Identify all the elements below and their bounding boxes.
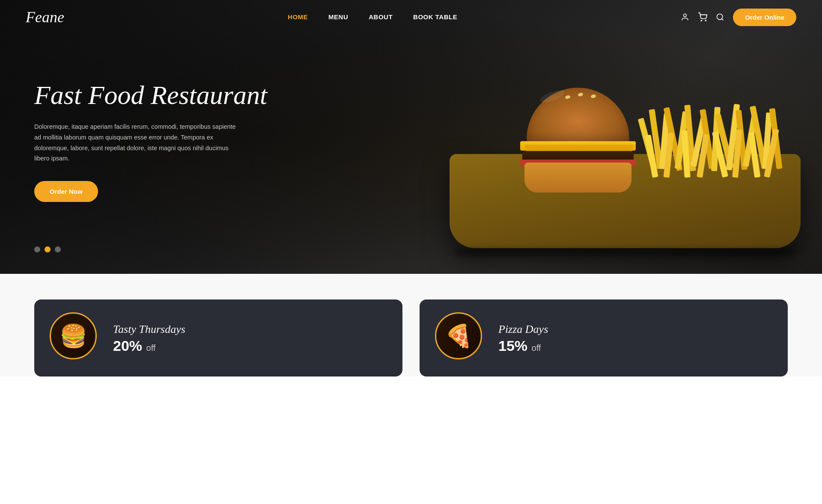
- nav-item-about[interactable]: ABOUT: [369, 13, 393, 21]
- fries-illustration: [636, 101, 798, 212]
- slide-dot-2[interactable]: [45, 246, 51, 252]
- order-online-button[interactable]: Order Online: [733, 9, 796, 26]
- promo-card-pizza-days: Pizza Days 15% off: [420, 299, 788, 377]
- order-now-button[interactable]: Order Now: [34, 181, 98, 202]
- hero-content: Fast Food Restaurant Doloremque, itaque …: [34, 80, 267, 202]
- nav-link-about[interactable]: ABOUT: [369, 13, 393, 21]
- nav-icons: Order Online: [681, 9, 796, 26]
- promo-ring-burger: [50, 312, 97, 359]
- nav-item-menu[interactable]: MENU: [328, 13, 348, 21]
- navbar: Feane HOME MENU ABOUT BOOK TABLE: [0, 0, 822, 34]
- hero-dots: [34, 246, 61, 252]
- slide-dot-3[interactable]: [55, 246, 61, 252]
- svg-point-3: [717, 14, 723, 20]
- hero-section: Fast Food Restaurant Doloremque, itaque …: [0, 0, 822, 274]
- promo-ring-pizza: [435, 312, 482, 359]
- nav-item-book-table[interactable]: BOOK TABLE: [413, 13, 457, 21]
- sesame-2: [578, 92, 584, 97]
- svg-point-0: [684, 14, 687, 17]
- svg-line-4: [722, 19, 724, 21]
- promo-name-tasty: Tasty Thursdays: [113, 323, 185, 336]
- hero-title: Fast Food Restaurant: [34, 80, 267, 110]
- user-icon: [681, 13, 689, 21]
- search-icon: [716, 13, 724, 21]
- burger-illustration: [518, 88, 638, 208]
- promo-name-pizza: Pizza Days: [498, 323, 548, 336]
- nav-links: HOME MENU ABOUT BOOK TABLE: [288, 13, 457, 21]
- hero-food-image: [437, 26, 822, 274]
- discount-value-pizza: 15%: [498, 338, 527, 354]
- off-label-tasty: off: [146, 343, 156, 353]
- nav-item-home[interactable]: HOME: [288, 13, 308, 21]
- cart-icon-button[interactable]: [698, 12, 707, 22]
- svg-point-1: [701, 20, 702, 21]
- promo-text-pizza: Pizza Days 15% off: [498, 323, 548, 353]
- promo-discount-pizza: 15% off: [498, 338, 548, 353]
- user-icon-button[interactable]: [681, 13, 689, 21]
- nav-link-menu[interactable]: MENU: [328, 13, 348, 21]
- svg-point-2: [706, 20, 706, 21]
- hero-subtitle: Doloremque, itaque aperiam facilis rerum…: [34, 122, 240, 164]
- promo-img-pizza: [435, 312, 486, 364]
- sesame-3: [590, 94, 596, 99]
- promo-section: Tasty Thursdays 20% off Pizza Days 15% o…: [0, 274, 822, 377]
- off-label-pizza: off: [532, 343, 541, 353]
- nav-link-home[interactable]: HOME: [288, 13, 308, 21]
- nav-link-book-table[interactable]: BOOK TABLE: [413, 13, 457, 21]
- pizza-food-icon: [437, 314, 480, 357]
- promo-discount-tasty: 20% off: [113, 338, 185, 353]
- slide-dot-1[interactable]: [34, 246, 40, 252]
- discount-value-tasty: 20%: [113, 338, 142, 354]
- promo-text-tasty: Tasty Thursdays 20% off: [113, 323, 185, 353]
- brand-logo[interactable]: Feane: [26, 8, 64, 26]
- burger-food-icon: [52, 314, 95, 357]
- burger-bun-top: [527, 88, 629, 143]
- burger-bun-bottom: [524, 163, 631, 193]
- sesame-1: [565, 95, 571, 100]
- promo-card-tasty-thursdays: Tasty Thursdays 20% off: [34, 299, 402, 377]
- cart-icon: [698, 12, 707, 22]
- promo-img-burger: [50, 312, 101, 364]
- search-icon-button[interactable]: [716, 13, 724, 21]
